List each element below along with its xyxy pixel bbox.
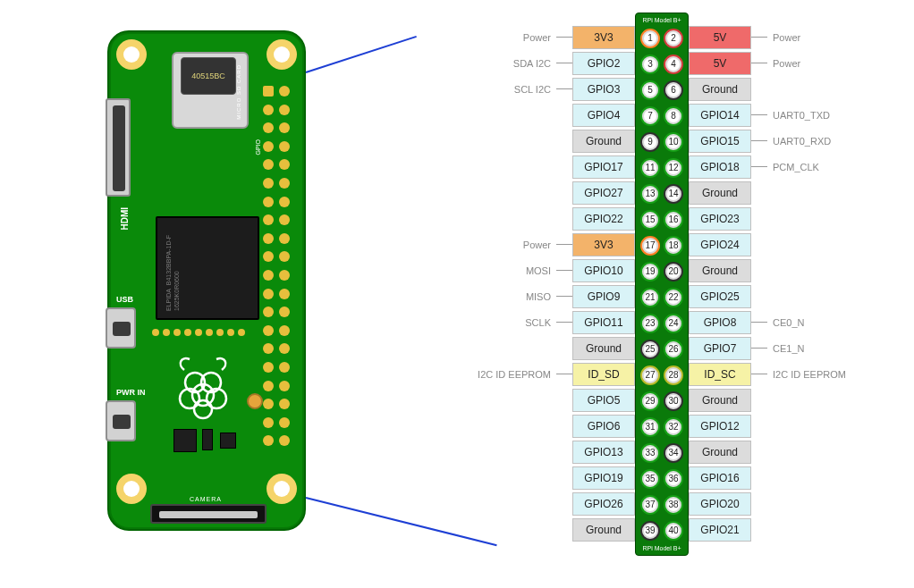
gpio-side-label: GPIO <box>255 139 261 155</box>
tick-icon <box>556 244 572 245</box>
gpio-pin-dot-icon <box>263 233 274 244</box>
pwr-port-icon <box>106 400 136 441</box>
pin-row: 1920 <box>636 258 688 284</box>
pin-22: 22 <box>664 288 683 307</box>
pin-name-left: GPIO13 <box>572 441 635 464</box>
pin-alt-right: Power <box>767 58 806 69</box>
pin-name-left: GPIO4 <box>572 104 635 127</box>
pin-26: 26 <box>664 340 683 359</box>
pin-label-row: GPIO15UART0_RXD <box>689 128 903 154</box>
pin-31: 31 <box>640 417 660 437</box>
pin-name-right: GPIO18 <box>689 155 751 179</box>
gpio-pin-dot-icon <box>263 86 274 97</box>
chip-icon <box>202 429 213 450</box>
pin-name-left: GPIO10 <box>572 259 635 282</box>
pin-name-right: ID_SC <box>689 363 751 386</box>
gpio-pin-dot-icon <box>263 159 274 170</box>
pin-4: 4 <box>664 55 683 74</box>
pin-name-left: GPIO9 <box>572 285 635 308</box>
sd-chip-label: 40515BC <box>181 57 236 95</box>
pin-name-left: GPIO5 <box>572 389 635 412</box>
sd-card-slot: 40515BC MICRO SD CARD <box>172 52 249 129</box>
pin-21: 21 <box>640 288 660 307</box>
pin-name-right: GPIO23 <box>689 207 751 231</box>
pin-label-row: GPIO14UART0_TXD <box>689 102 903 128</box>
gpio-pin-dot-icon <box>279 86 290 97</box>
connector-line-icon <box>306 36 417 73</box>
pin-name-left: ID_SD <box>572 363 635 386</box>
pin-row: 78 <box>636 103 688 129</box>
pin-label-row: GPIO17 <box>420 154 635 180</box>
camera-connector-icon <box>150 504 267 524</box>
gpio-pin-dot-icon <box>279 122 290 133</box>
hdmi-port-icon <box>106 98 131 197</box>
pin-name-right: Ground <box>689 181 751 205</box>
pin-9: 9 <box>640 132 660 152</box>
pin-name-right: 5V <box>689 26 751 49</box>
gpio-pin-dot-icon <box>263 197 274 207</box>
pin-name-left: Ground <box>572 518 635 542</box>
pin-6: 6 <box>664 80 683 100</box>
pin-label-row: GPIO23 <box>689 206 903 231</box>
tick-icon <box>751 114 767 115</box>
pin-alt-left: I2C ID EEPROM <box>472 369 556 380</box>
pin-alt-left: MOSI <box>520 265 556 276</box>
pin-label-row: GPIO8CE0_N <box>689 309 903 335</box>
pin-name-right: GPIO8 <box>689 311 751 334</box>
chip-icon <box>173 429 197 452</box>
mount-hole-icon <box>116 474 147 504</box>
pin-30: 30 <box>664 391 683 411</box>
pin-8: 8 <box>664 106 683 126</box>
tick-icon <box>556 296 572 297</box>
gpio-pin-dot-icon <box>263 178 274 189</box>
pin-name-left: GPIO3 <box>572 78 635 101</box>
pin-15: 15 <box>640 210 660 230</box>
tick-icon <box>556 322 572 323</box>
pin-name-right: GPIO7 <box>689 337 751 360</box>
pin-label-row: Ground <box>689 439 903 465</box>
pin-label-row: GPIO18PCM_CLK <box>689 154 903 180</box>
pin-19: 19 <box>640 262 660 281</box>
pin-row: 2324 <box>636 310 688 336</box>
pin-label-row: GPIO21 <box>689 517 903 542</box>
pin-39: 39 <box>640 521 660 541</box>
tick-icon <box>751 374 767 374</box>
gpio-pin-dot-icon <box>263 417 274 428</box>
pin-name-right: GPIO21 <box>689 518 751 542</box>
mount-hole-icon <box>116 39 147 70</box>
pin-25: 25 <box>640 340 660 359</box>
gpio-pin-dot-icon <box>279 307 290 317</box>
pin-7: 7 <box>640 106 660 126</box>
pin-32: 32 <box>664 417 683 437</box>
gpio-header-icon <box>261 86 293 452</box>
pin-16: 16 <box>664 210 683 230</box>
pin-label-row: 5VPower <box>689 24 903 50</box>
pin-alt-right: Power <box>767 32 806 43</box>
pin-name-left: GPIO26 <box>572 492 635 516</box>
gpio-pin-dot-icon <box>279 381 290 391</box>
gpio-pin-dot-icon <box>263 343 274 354</box>
pin-header-strip: RPi Model B+ 123456789101112131415161718… <box>635 13 689 556</box>
pin-name-right: Ground <box>689 78 751 101</box>
gpio-pin-dot-icon <box>263 214 274 225</box>
pin-row: 2728 <box>636 362 688 388</box>
mount-hole-icon <box>267 39 297 70</box>
pin-alt-left: MISO <box>520 291 556 302</box>
header-title-bottom: RPi Model B+ <box>636 543 688 553</box>
pin-label-row: 5VPower <box>689 50 903 76</box>
pin-label-row: Ground <box>420 128 635 154</box>
pin-18: 18 <box>664 236 683 256</box>
pin-label-row: MISOGPIO9 <box>420 283 635 309</box>
pin-alt-left: SCLK <box>520 317 556 328</box>
pin-label-row: ID_SCI2C ID EEPROM <box>689 361 903 387</box>
pin-1: 1 <box>640 29 660 48</box>
pin-34: 34 <box>664 443 683 463</box>
pin-row: 56 <box>636 77 688 103</box>
pin-37: 37 <box>640 495 660 515</box>
pin-label-row: Ground <box>689 180 903 206</box>
pin-name-left: GPIO17 <box>572 155 635 179</box>
pin-label-row: GPIO6 <box>420 413 635 439</box>
gpio-pin-dot-icon <box>279 435 290 446</box>
gpio-pin-dot-icon <box>263 435 274 446</box>
pin-10: 10 <box>664 132 683 152</box>
